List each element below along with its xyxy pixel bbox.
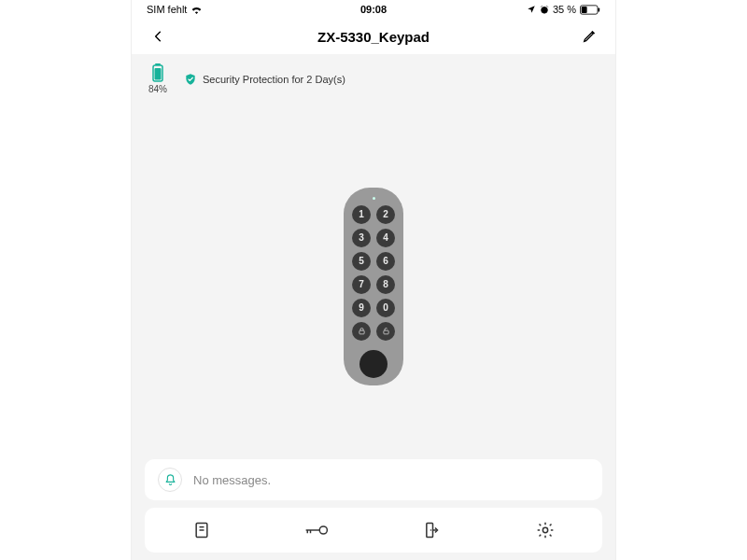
status-left: SIM fehlt	[147, 4, 203, 15]
keypad-key: 0	[376, 299, 395, 317]
lock-icon	[358, 327, 366, 335]
keypad-key: 8	[376, 275, 395, 294]
edit-button[interactable]	[576, 23, 602, 49]
chevron-left-icon	[151, 30, 164, 43]
page-title: ZX-5330_Keypad	[317, 29, 430, 45]
location-icon	[527, 5, 536, 14]
battery-percent-text: 35 %	[553, 4, 576, 15]
nav-door[interactable]	[410, 510, 451, 551]
svg-rect-1	[582, 7, 587, 13]
device-screen: 84% Security Protection for 2 Day(s) 1 2…	[132, 54, 615, 560]
svg-point-18	[543, 527, 547, 532]
wifi-icon	[190, 5, 203, 14]
keypad-key: 6	[376, 252, 395, 271]
alarm-icon	[540, 5, 549, 14]
fingerprint-sensor-icon	[359, 350, 388, 378]
sim-status: SIM fehlt	[147, 4, 187, 15]
svg-rect-5	[155, 68, 162, 80]
security-status: Security Protection for 2 Day(s)	[184, 73, 345, 86]
keypad-unlock-key	[376, 322, 395, 341]
keypad-key: 2	[376, 205, 395, 224]
keypad-key: 3	[352, 229, 371, 247]
keypad-keys: 1 2 3 4 5 6 7 8 9 0	[352, 205, 395, 341]
phone-frame: SIM fehlt 09:08 35 % ZX-5330_Keypad	[131, 0, 616, 560]
keypad-lock-key	[352, 322, 371, 341]
keypad-illustration-area: 1 2 3 4 5 6 7 8 9 0	[132, 122, 615, 450]
status-bar: SIM fehlt 09:08 35 %	[132, 0, 615, 19]
bell-circle	[158, 468, 182, 492]
pencil-icon	[582, 29, 597, 44]
security-status-label: Security Protection for 2 Day(s)	[203, 74, 345, 85]
list-icon	[192, 521, 211, 539]
nav-header: ZX-5330_Keypad	[132, 19, 615, 54]
nav-key[interactable]	[296, 510, 337, 551]
key-icon	[304, 523, 329, 538]
keypad-key: 5	[352, 252, 371, 271]
svg-rect-2	[598, 7, 599, 11]
device-battery-percent: 84%	[148, 84, 167, 94]
svg-point-17	[430, 529, 432, 531]
status-right: 35 %	[527, 4, 600, 15]
device-battery: 84%	[148, 63, 167, 94]
nav-records[interactable]	[181, 510, 222, 551]
nav-settings[interactable]	[525, 510, 566, 551]
top-info-row: 84% Security Protection for 2 Day(s)	[132, 54, 615, 94]
keypad-key: 4	[376, 229, 395, 247]
svg-rect-15	[427, 524, 433, 538]
keypad-key: 7	[352, 275, 371, 294]
battery-icon	[152, 63, 163, 82]
svg-rect-7	[383, 330, 388, 334]
keypad-device: 1 2 3 4 5 6 7 8 9 0	[344, 188, 403, 385]
svg-rect-6	[359, 330, 363, 334]
messages-text: No messages.	[193, 473, 271, 487]
gear-icon	[536, 521, 555, 539]
svg-point-11	[319, 526, 327, 534]
door-icon	[421, 521, 440, 539]
back-button[interactable]	[145, 23, 171, 49]
unlock-icon	[382, 327, 390, 335]
battery-status-icon	[580, 5, 600, 15]
keypad-key: 9	[352, 299, 371, 317]
bottom-nav	[145, 508, 602, 553]
messages-card[interactable]: No messages.	[145, 459, 602, 500]
keypad-key: 1	[352, 205, 371, 224]
shield-check-icon	[184, 73, 197, 86]
status-time: 09:08	[360, 4, 387, 15]
bell-icon	[163, 473, 177, 487]
keypad-led-icon	[373, 197, 375, 200]
